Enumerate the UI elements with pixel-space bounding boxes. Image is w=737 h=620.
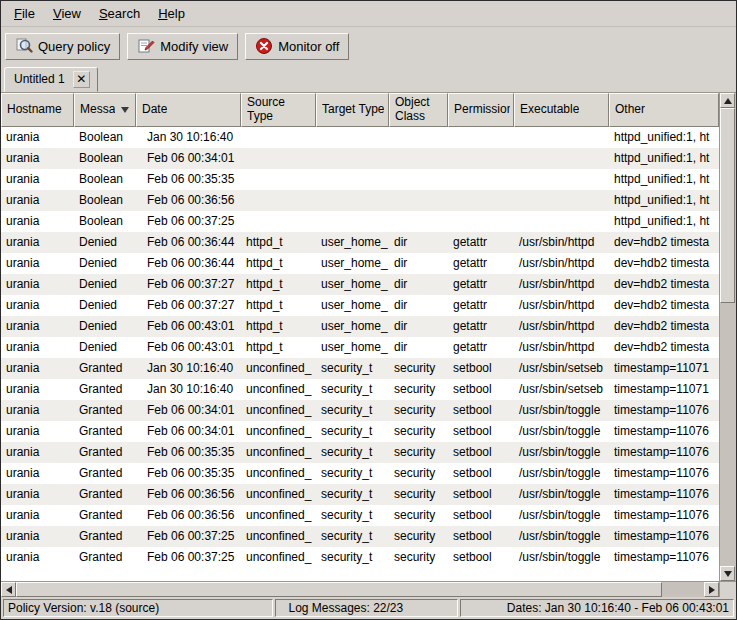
table-cell: httpd_t: [241, 232, 316, 253]
scroll-right-button[interactable]: [704, 582, 719, 597]
table-cell: security_t: [316, 379, 389, 400]
table-cell: timestamp=11076: [609, 442, 719, 463]
menu-item-help[interactable]: Help: [149, 3, 194, 24]
column-header-object-class[interactable]: Object Class: [389, 93, 448, 127]
table-cell: dev=hdb2 timesta: [609, 253, 719, 274]
table-cell: Jan 30 10:16:40: [136, 127, 241, 148]
table-row[interactable]: uraniaBooleanFeb 06 00:37:25httpd_unifie…: [1, 211, 719, 232]
table-cell: timestamp=11076: [609, 400, 719, 421]
modify-view-button[interactable]: Modify view: [127, 33, 238, 60]
table-cell: timestamp=11076: [609, 547, 719, 568]
scroll-left-button[interactable]: [1, 582, 16, 597]
vertical-scroll-track[interactable]: [720, 108, 735, 566]
column-header-other[interactable]: Other: [609, 93, 719, 127]
table-row[interactable]: uraniaGrantedFeb 06 00:36:56unconfined_s…: [1, 505, 719, 526]
table-cell: Granted: [74, 400, 136, 421]
column-header-label: Target Type: [322, 103, 384, 117]
table-row[interactable]: uraniaGrantedFeb 06 00:34:01unconfined_s…: [1, 421, 719, 442]
column-header-target-type[interactable]: Target Type: [316, 93, 389, 127]
table-cell: timestamp=11071: [609, 379, 719, 400]
menu-item-view[interactable]: View: [44, 3, 90, 24]
table-cell: unconfined_: [241, 400, 316, 421]
table-cell: Denied: [74, 337, 136, 358]
table-row[interactable]: uraniaGrantedFeb 06 00:35:35unconfined_s…: [1, 442, 719, 463]
table-cell: /usr/sbin/toggle: [514, 526, 609, 547]
table-cell: /usr/sbin/toggle: [514, 463, 609, 484]
scroll-up-button[interactable]: [720, 93, 735, 108]
table-cell: [448, 211, 514, 232]
table-row[interactable]: uraniaDeniedFeb 06 00:37:27httpd_tuser_h…: [1, 295, 719, 316]
table-row[interactable]: uraniaDeniedFeb 06 00:43:01httpd_tuser_h…: [1, 316, 719, 337]
vertical-scrollbar[interactable]: [719, 93, 736, 597]
column-header-executable[interactable]: Executable: [514, 93, 609, 127]
toolbar: Query policy Modify view Monitor off: [1, 27, 736, 65]
table-row[interactable]: uraniaBooleanJan 30 10:16:40httpd_unifie…: [1, 127, 719, 148]
menu-item-file[interactable]: File: [5, 3, 44, 24]
table-cell: httpd_unified:1, ht: [609, 211, 719, 232]
table-cell: [316, 169, 389, 190]
column-header-date[interactable]: Date: [136, 93, 241, 127]
table-row[interactable]: uraniaDeniedFeb 06 00:37:27httpd_tuser_h…: [1, 274, 719, 295]
horizontal-scroll-track[interactable]: [16, 582, 704, 597]
table-cell: unconfined_: [241, 442, 316, 463]
column-header-permission[interactable]: Permission: [448, 93, 514, 127]
table-cell: Feb 06 00:36:44: [136, 253, 241, 274]
table-cell: /usr/sbin/httpd: [514, 295, 609, 316]
table-row[interactable]: uraniaBooleanFeb 06 00:36:56httpd_unifie…: [1, 190, 719, 211]
table-cell: /usr/sbin/httpd: [514, 337, 609, 358]
query-policy-button[interactable]: Query policy: [5, 33, 120, 60]
table-cell: httpd_unified:1, ht: [609, 169, 719, 190]
table-row[interactable]: uraniaBooleanFeb 06 00:34:01httpd_unifie…: [1, 148, 719, 169]
table-row[interactable]: uraniaGrantedFeb 06 00:35:35unconfined_s…: [1, 463, 719, 484]
tab-untitled-1[interactable]: Untitled 1 ✕: [4, 67, 98, 92]
monitor-off-button[interactable]: Monitor off: [245, 33, 349, 60]
table-cell: [316, 190, 389, 211]
column-header-messa[interactable]: Messa: [74, 93, 136, 127]
table-cell: Feb 06 00:37:25: [136, 547, 241, 568]
table-row[interactable]: uraniaGrantedJan 30 10:16:40unconfined_s…: [1, 379, 719, 400]
table-header-row: HostnameMessaDateSource TypeTarget TypeO…: [1, 93, 719, 127]
table-cell: /usr/sbin/setseb: [514, 379, 609, 400]
arrow-left-icon: [6, 586, 12, 594]
scroll-down-button[interactable]: [720, 566, 735, 581]
table-row[interactable]: uraniaGrantedFeb 06 00:37:25unconfined_s…: [1, 547, 719, 568]
table-cell: setbool: [448, 526, 514, 547]
table-cell: /usr/sbin/setseb: [514, 358, 609, 379]
table-cell: Jan 30 10:16:40: [136, 358, 241, 379]
table-cell: timestamp=11076: [609, 463, 719, 484]
table-row[interactable]: uraniaGrantedFeb 06 00:36:56unconfined_s…: [1, 484, 719, 505]
horizontal-scrollbar[interactable]: [1, 581, 719, 597]
column-header-hostname[interactable]: Hostname: [1, 93, 74, 127]
table-row[interactable]: uraniaBooleanFeb 06 00:35:35httpd_unifie…: [1, 169, 719, 190]
table-cell: Granted: [74, 526, 136, 547]
tab-bar: Untitled 1 ✕: [1, 65, 736, 92]
table-cell: security_t: [316, 421, 389, 442]
table-cell: Boolean: [74, 190, 136, 211]
table-cell: timestamp=11071: [609, 358, 719, 379]
column-header-source-type[interactable]: Source Type: [241, 93, 316, 127]
table-cell: httpd_t: [241, 337, 316, 358]
table-row[interactable]: uraniaDeniedFeb 06 00:43:01httpd_tuser_h…: [1, 337, 719, 358]
table-cell: [241, 127, 316, 148]
table-cell: Boolean: [74, 169, 136, 190]
table-row[interactable]: uraniaDeniedFeb 06 00:36:44httpd_tuser_h…: [1, 232, 719, 253]
table-row[interactable]: uraniaDeniedFeb 06 00:36:44httpd_tuser_h…: [1, 253, 719, 274]
table-cell: [241, 148, 316, 169]
table-cell: Granted: [74, 484, 136, 505]
close-icon[interactable]: ✕: [73, 71, 90, 88]
table-cell: urania: [1, 274, 74, 295]
table-row[interactable]: uraniaGrantedFeb 06 00:37:25unconfined_s…: [1, 526, 719, 547]
table-cell: dev=hdb2 timesta: [609, 337, 719, 358]
table-cell: [389, 169, 448, 190]
table-row[interactable]: uraniaGrantedJan 30 10:16:40unconfined_s…: [1, 358, 719, 379]
horizontal-scroll-thumb[interactable]: [16, 582, 662, 597]
table-cell: [241, 190, 316, 211]
vertical-scroll-thumb[interactable]: [720, 108, 735, 303]
table-row[interactable]: uraniaGrantedFeb 06 00:34:01unconfined_s…: [1, 400, 719, 421]
table-cell: security_t: [316, 442, 389, 463]
table-cell: [241, 169, 316, 190]
table-cell: user_home_: [316, 316, 389, 337]
policy-version-status: Policy Version: v.18 (source): [3, 599, 273, 617]
table-cell: /usr/sbin/httpd: [514, 316, 609, 337]
menu-item-search[interactable]: Search: [90, 3, 149, 24]
